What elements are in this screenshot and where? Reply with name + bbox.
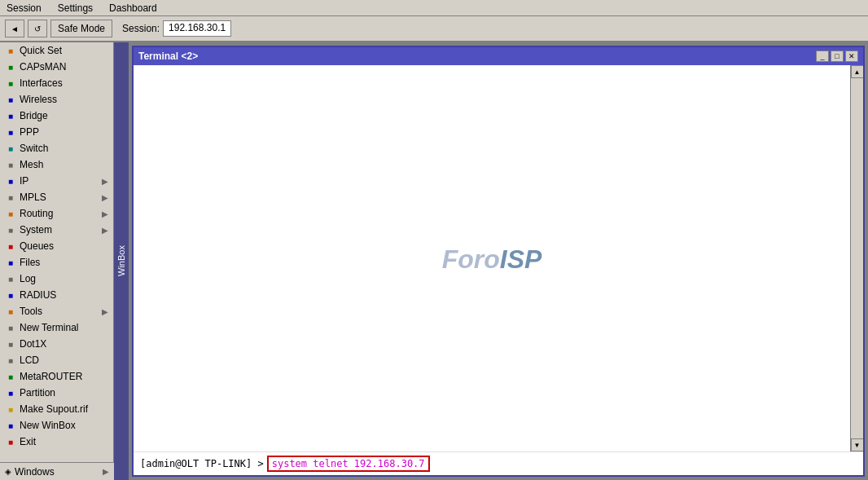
sidebar-item-new-terminal[interactable]: ■New Terminal — [0, 319, 113, 336]
terminal-content-row: ForoISP ▲ ▼ — [134, 65, 863, 451]
terminal-window: Terminal <2> _ □ ✕ ForoISP ▲ ▼ — [132, 46, 865, 477]
main-layout: ■Quick Set■CAPsMAN■Interfaces■Wireless■B… — [0, 42, 868, 480]
toolbar: ◄ ↺ Safe Mode Session: 192.168.30.1 — [0, 16, 868, 42]
sidebar-item-label-bridge: Bridge — [20, 110, 108, 121]
scroll-down-button[interactable]: ▼ — [851, 438, 864, 451]
menu-settings[interactable]: Settings — [55, 2, 96, 15]
sidebar-item-label-ppp: PPP — [20, 126, 108, 138]
terminal-watermark: ForoISP — [442, 241, 542, 275]
sidebar-item-mesh[interactable]: ■Mesh — [0, 156, 113, 173]
ip-icon: ■ — [5, 175, 16, 187]
winbox-label: WinBox — [114, 42, 129, 480]
dot1x-icon: ■ — [5, 338, 16, 350]
lcd-icon: ■ — [5, 354, 16, 366]
sidebar-item-label-exit: Exit — [20, 436, 108, 447]
session-value: 192.168.30.1 — [163, 20, 231, 37]
sidebar-item-ppp[interactable]: ■PPP — [0, 124, 113, 140]
terminal-minimize-button[interactable]: _ — [816, 51, 829, 62]
menu-session[interactable]: Session — [3, 2, 45, 15]
sidebar-item-label-log: Log — [20, 273, 108, 284]
sidebar-item-new-winbox[interactable]: ■New WinBox — [0, 417, 113, 434]
capsman-icon: ■ — [5, 61, 16, 73]
radius-icon: ■ — [5, 289, 16, 301]
back-button[interactable]: ◄ — [5, 20, 24, 37]
sidebar-item-system[interactable]: ■System▶ — [0, 222, 113, 238]
command-input[interactable] — [267, 456, 430, 472]
scroll-up-button[interactable]: ▲ — [851, 65, 864, 78]
sidebar-item-label-mpls: MPLS — [20, 192, 99, 203]
sidebar-item-make-supout[interactable]: ■Make Supout.rif — [0, 401, 113, 417]
sidebar-item-routing[interactable]: ■Routing▶ — [0, 205, 113, 222]
sidebar-item-files[interactable]: ■Files — [0, 254, 113, 271]
sidebar-item-quick-set[interactable]: ■Quick Set — [0, 42, 113, 59]
sidebar-item-label-metarouter: MetaROUTER — [20, 371, 108, 382]
sidebar-item-label-ip: IP — [20, 175, 99, 187]
windows-icon: ◈ — [5, 467, 11, 476]
tools-arrow-icon: ▶ — [102, 307, 108, 316]
routing-icon: ■ — [5, 208, 16, 219]
bridge-icon: ■ — [5, 110, 16, 121]
quick-set-icon: ■ — [5, 45, 16, 56]
interfaces-icon: ■ — [5, 77, 16, 89]
sidebar: ■Quick Set■CAPsMAN■Interfaces■Wireless■B… — [0, 42, 114, 480]
windows-arrow: ▶ — [103, 467, 109, 476]
mesh-icon: ■ — [5, 159, 16, 170]
sidebar-item-label-wireless: Wireless — [20, 94, 108, 105]
sidebar-item-tools[interactable]: ■Tools▶ — [0, 303, 113, 319]
sidebar-item-switch[interactable]: ■Switch — [0, 140, 113, 156]
sidebar-item-label-new-terminal: New Terminal — [20, 322, 108, 333]
sidebar-item-label-system: System — [20, 224, 99, 236]
wireless-icon: ■ — [5, 94, 16, 105]
partition-icon: ■ — [5, 387, 16, 399]
system-icon: ■ — [5, 224, 16, 236]
mpls-icon: ■ — [5, 192, 16, 203]
routing-arrow-icon: ▶ — [102, 209, 108, 218]
sidebar-item-partition[interactable]: ■Partition — [0, 385, 113, 401]
sidebar-item-metarouter[interactable]: ■MetaROUTER — [0, 368, 113, 385]
sidebar-item-ip[interactable]: ■IP▶ — [0, 173, 113, 189]
sidebar-item-interfaces[interactable]: ■Interfaces — [0, 75, 113, 91]
make-supout-icon: ■ — [5, 403, 16, 415]
sidebar-item-label-radius: RADIUS — [20, 289, 108, 301]
terminal-command-area: [admin@OLT TP-LINK] > — [134, 451, 863, 475]
safe-mode-button[interactable]: Safe Mode — [50, 20, 112, 37]
terminal-close-button[interactable]: ✕ — [845, 51, 858, 62]
switch-icon: ■ — [5, 143, 16, 154]
files-icon: ■ — [5, 257, 16, 268]
sidebar-item-label-switch: Switch — [20, 143, 108, 154]
sidebar-item-wireless[interactable]: ■Wireless — [0, 91, 113, 108]
ppp-icon: ■ — [5, 126, 16, 138]
exit-icon: ■ — [5, 436, 16, 447]
new-winbox-icon: ■ — [5, 420, 16, 431]
sidebar-item-bridge[interactable]: ■Bridge — [0, 108, 113, 124]
sidebar-item-label-files: Files — [20, 257, 108, 268]
sidebar-item-label-routing: Routing — [20, 208, 99, 219]
sidebar-item-exit[interactable]: ■Exit — [0, 434, 113, 450]
sidebar-item-lcd[interactable]: ■LCD — [0, 352, 113, 368]
sidebar-item-dot1x[interactable]: ■Dot1X — [0, 336, 113, 352]
terminal-scrollbar: ▲ ▼ — [850, 65, 863, 451]
windows-bar: ◈ Windows ▶ — [0, 462, 114, 480]
sidebar-item-radius[interactable]: ■RADIUS — [0, 287, 113, 303]
sidebar-item-mpls[interactable]: ■MPLS▶ — [0, 189, 113, 205]
sidebar-item-label-interfaces: Interfaces — [20, 77, 108, 89]
menu-bar: Session Settings Dashboard — [0, 0, 868, 16]
sidebar-item-capsman[interactable]: ■CAPsMAN — [0, 59, 113, 75]
sidebar-item-label-capsman: CAPsMAN — [20, 61, 108, 73]
windows-label[interactable]: Windows — [15, 466, 99, 478]
sidebar-item-log[interactable]: ■Log — [0, 271, 113, 287]
sidebar-item-queues[interactable]: ■Queues — [0, 238, 113, 254]
terminal-controls: _ □ ✕ — [816, 51, 858, 62]
sidebar-item-label-partition: Partition — [20, 387, 108, 399]
refresh-button[interactable]: ↺ — [28, 20, 47, 37]
sidebar-item-label-mesh: Mesh — [20, 159, 108, 170]
command-prompt: [admin@OLT TP-LINK] > — [140, 458, 264, 469]
queues-icon: ■ — [5, 240, 16, 252]
menu-dashboard[interactable]: Dashboard — [106, 2, 160, 15]
sidebar-item-label-dot1x: Dot1X — [20, 338, 108, 350]
terminal-maximize-button[interactable]: □ — [831, 51, 844, 62]
content-area: Terminal <2> _ □ ✕ ForoISP ▲ ▼ — [129, 42, 868, 480]
tools-icon: ■ — [5, 306, 16, 317]
system-arrow-icon: ▶ — [102, 226, 108, 235]
sidebar-item-label-queues: Queues — [20, 240, 108, 252]
